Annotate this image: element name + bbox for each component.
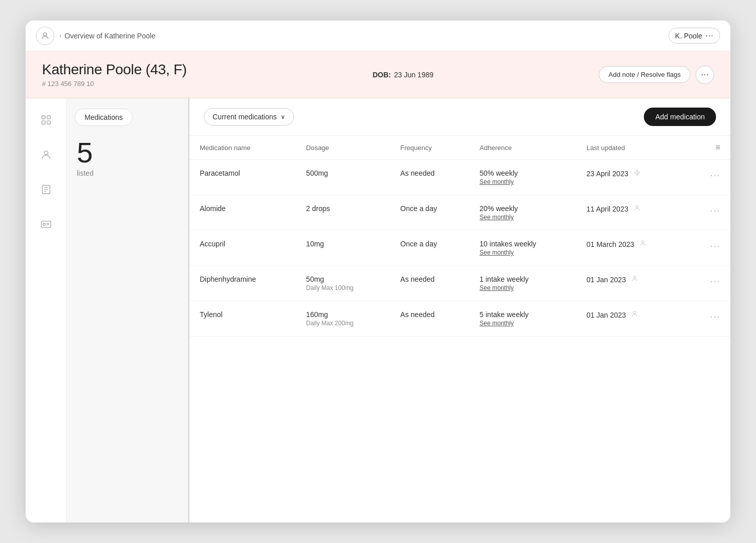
row-more-button-3[interactable]: ··· bbox=[710, 275, 720, 287]
table-row: Paracetamol 500mg As needed 50% weekly S… bbox=[190, 160, 730, 195]
section-sidebar: Medications 5 listed bbox=[67, 98, 190, 523]
svg-point-0 bbox=[44, 33, 47, 36]
row-more-button-4[interactable]: ··· bbox=[710, 310, 720, 322]
cell-actions-0: ··· bbox=[688, 160, 730, 195]
row-more-button-1[interactable]: ··· bbox=[710, 204, 720, 216]
cell-actions-2: ··· bbox=[688, 231, 730, 266]
person-icon-1 bbox=[634, 204, 641, 213]
svg-point-17 bbox=[634, 311, 636, 314]
adherence-link-0[interactable]: See monthly bbox=[479, 178, 566, 185]
main-content: Katherine Poole (43, F) # 123 456 789 10… bbox=[26, 51, 730, 523]
row-more-button-2[interactable]: ··· bbox=[710, 240, 720, 252]
dosage-sub-4: Daily Max 200mg bbox=[306, 320, 380, 327]
medication-count: 5 bbox=[77, 136, 93, 169]
medication-table-container: Medication name Dosage Frequency Adheren… bbox=[190, 136, 730, 523]
svg-point-16 bbox=[634, 276, 636, 279]
person-icon-3 bbox=[631, 275, 638, 284]
cell-name-1: Alomide bbox=[190, 195, 296, 231]
top-nav: ‹ Overview of Katherine Poole K. Poole ⋯ bbox=[26, 20, 730, 51]
adherence-link-1[interactable]: See monthly bbox=[479, 214, 566, 221]
dob-label: DOB: bbox=[372, 71, 391, 79]
cell-name-0: Paracetamol bbox=[190, 160, 296, 195]
medication-table: Medication name Dosage Frequency Adheren… bbox=[190, 136, 730, 337]
cell-dosage-1: 2 drops bbox=[296, 195, 390, 231]
content-body: Medications 5 listed Current medications… bbox=[26, 98, 730, 523]
person-icon-4 bbox=[631, 310, 638, 319]
adherence-link-2[interactable]: See monthly bbox=[479, 249, 566, 256]
sidebar-icon-gallery[interactable] bbox=[35, 109, 57, 131]
patient-id: # 123 456 789 10 bbox=[42, 80, 187, 88]
sidebar-icon-notes[interactable] bbox=[35, 178, 57, 201]
svg-rect-3 bbox=[41, 121, 45, 124]
person-icon-2 bbox=[639, 240, 646, 248]
row-more-button-0[interactable]: ··· bbox=[710, 169, 720, 181]
svg-point-11 bbox=[43, 223, 46, 226]
cell-adherence-3: 1 intake weekly See monthly bbox=[469, 266, 576, 301]
user-menu-button[interactable]: K. Poole ⋯ bbox=[668, 28, 720, 44]
user-label: K. Poole bbox=[675, 32, 702, 40]
adherence-link-4[interactable]: See monthly bbox=[479, 320, 566, 327]
table-row: Diphenhydramine 50mg Daily Max 100mg As … bbox=[190, 266, 730, 301]
svg-rect-1 bbox=[41, 116, 45, 119]
col-header-adherence: Adherence bbox=[469, 136, 576, 160]
medication-panel: Current medications ∨ Add medication Med… bbox=[190, 98, 730, 523]
sidebar-icon-id[interactable] bbox=[35, 213, 57, 236]
cell-adherence-1: 20% weekly See monthly bbox=[469, 195, 576, 231]
table-row: Alomide 2 drops Once a day 20% weekly Se… bbox=[190, 195, 730, 231]
current-medications-filter[interactable]: Current medications ∨ bbox=[204, 108, 294, 126]
sidebar-icon-patient[interactable] bbox=[35, 143, 57, 166]
cell-last-updated-4: 01 Jan 2023 bbox=[576, 301, 688, 337]
adherence-link-3[interactable]: See monthly bbox=[479, 284, 566, 291]
cell-frequency-3: As needed bbox=[390, 266, 470, 301]
last-updated-date-2: 01 March 2023 bbox=[586, 240, 634, 248]
cell-name-2: Accupril bbox=[190, 231, 296, 266]
cell-frequency-4: As needed bbox=[390, 301, 470, 337]
medication-rows: Paracetamol 500mg As needed 50% weekly S… bbox=[190, 160, 730, 337]
back-button[interactable]: ‹ Overview of Katherine Poole bbox=[59, 32, 155, 40]
cell-frequency-2: Once a day bbox=[390, 231, 470, 266]
cell-frequency-0: As needed bbox=[390, 160, 470, 195]
svg-point-15 bbox=[642, 241, 644, 243]
add-medication-button[interactable]: Add medication bbox=[644, 108, 716, 126]
cell-adherence-0: 50% weekly See monthly bbox=[469, 160, 576, 195]
cell-last-updated-2: 01 March 2023 bbox=[576, 231, 688, 266]
last-updated-date-3: 01 Jan 2023 bbox=[586, 276, 626, 284]
left-sidebar bbox=[26, 98, 67, 523]
col-header-last-updated: Last updated bbox=[576, 136, 688, 160]
cell-actions-1: ··· bbox=[688, 195, 730, 231]
user-menu-dots-icon: ⋯ bbox=[705, 31, 713, 40]
count-label: listed bbox=[77, 169, 178, 177]
cell-adherence-2: 10 intakes weekly See monthly bbox=[469, 231, 576, 266]
table-row: Accupril 10mg Once a day 10 intakes week… bbox=[190, 231, 730, 266]
svg-rect-2 bbox=[47, 116, 50, 119]
add-note-button[interactable]: Add note / Resolve flags bbox=[599, 66, 690, 83]
cell-dosage-3: 50mg Daily Max 100mg bbox=[296, 266, 390, 301]
back-chevron-icon: ‹ bbox=[59, 32, 61, 39]
cell-dosage-4: 160mg Daily Max 200mg bbox=[296, 301, 390, 337]
app-icon bbox=[36, 27, 54, 45]
more-dots-icon: ··· bbox=[701, 69, 708, 80]
dob-value: 23 Jun 1989 bbox=[394, 71, 433, 79]
patient-header-actions: Add note / Resolve flags ··· bbox=[599, 66, 714, 84]
patient-more-button[interactable]: ··· bbox=[696, 66, 714, 84]
patient-header: Katherine Poole (43, F) # 123 456 789 10… bbox=[26, 51, 730, 98]
table-header-row: Medication name Dosage Frequency Adheren… bbox=[190, 136, 730, 160]
svg-rect-4 bbox=[47, 121, 50, 124]
svg-point-14 bbox=[636, 205, 638, 208]
cell-last-updated-0: 23 April 2023 bbox=[576, 160, 688, 195]
top-nav-left: ‹ Overview of Katherine Poole bbox=[36, 27, 155, 45]
cell-last-updated-3: 01 Jan 2023 bbox=[576, 266, 688, 301]
table-row: Tylenol 160mg Daily Max 200mg As needed … bbox=[190, 301, 730, 337]
col-header-actions: ≡ bbox=[688, 136, 730, 160]
table-filter-icon[interactable]: ≡ bbox=[716, 143, 720, 152]
cell-adherence-4: 5 intake weekly See monthly bbox=[469, 301, 576, 337]
app-window: ‹ Overview of Katherine Poole K. Poole ⋯… bbox=[26, 20, 730, 523]
med-panel-header: Current medications ∨ Add medication bbox=[190, 98, 730, 136]
patient-dob-section: DOB: 23 Jun 1989 bbox=[352, 71, 433, 79]
patient-dob: DOB: 23 Jun 1989 bbox=[372, 71, 433, 79]
svg-point-5 bbox=[44, 151, 48, 155]
cell-dosage-2: 10mg bbox=[296, 231, 390, 266]
medications-section-label[interactable]: Medications bbox=[75, 109, 133, 126]
filter-chevron-icon: ∨ bbox=[281, 113, 285, 120]
person-icon-0 bbox=[634, 169, 641, 178]
